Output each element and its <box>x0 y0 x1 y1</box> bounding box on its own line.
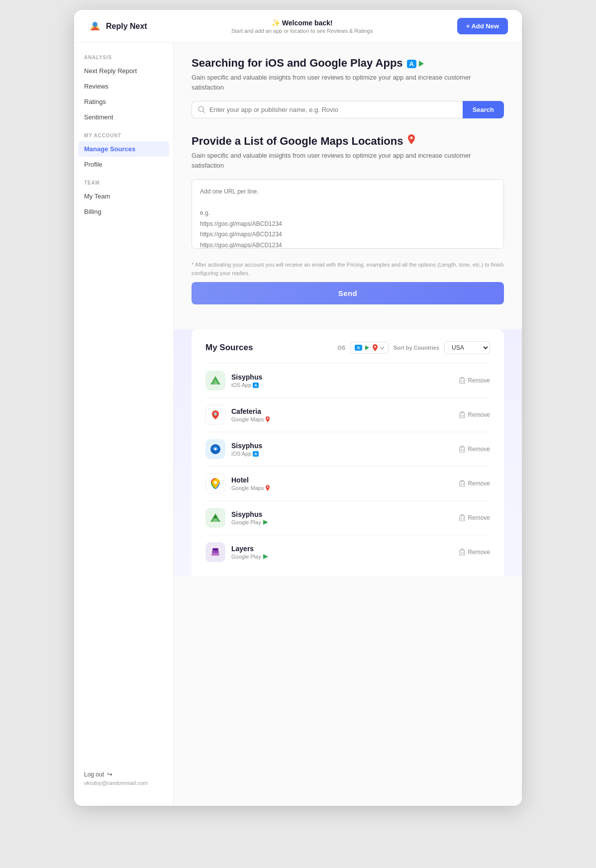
source-item-sisyphus-ios2: Sisyphus iOS App A Remove <box>205 432 490 466</box>
source-icon-hotel <box>205 474 225 493</box>
sidebar-item-label: Billing <box>84 208 101 215</box>
search-input[interactable] <box>209 106 457 113</box>
topbar-center: ✨ Welcome back! Start and add an app or … <box>231 19 373 34</box>
remove-label: Remove <box>468 446 490 453</box>
sidebar-item-next-reply-report[interactable]: Next Reply Report <box>74 63 173 79</box>
maps-title-text: Provide a List of Google Maps Locations <box>192 135 403 148</box>
sources-filters: OS A Sort by Countries <box>337 341 490 354</box>
source-type: Google Play <box>231 554 269 560</box>
send-button[interactable]: Send <box>192 282 504 304</box>
layers-icon <box>209 546 221 558</box>
remove-label: Remove <box>468 411 490 418</box>
logo-area: Reply Next <box>88 19 147 33</box>
remove-button-layers-gplay[interactable]: Remove <box>459 549 490 556</box>
search-button[interactable]: Search <box>463 101 504 118</box>
sisyphus3-icon <box>209 512 221 524</box>
trash-icon <box>459 411 465 418</box>
gplay-badge2 <box>263 554 269 560</box>
svg-rect-53 <box>212 548 218 551</box>
svg-marker-3 <box>419 61 424 67</box>
sidebar-item-manage-sources[interactable]: Manage Sources <box>78 141 169 157</box>
search-icon <box>198 106 205 113</box>
fade-area: My Sources OS A <box>174 329 522 576</box>
sidebar-item-profile[interactable]: Profile <box>74 157 173 172</box>
search-row: Search <box>192 101 504 118</box>
source-type: Google Maps <box>231 416 270 422</box>
source-left: Layers Google Play <box>205 542 269 562</box>
add-new-button[interactable]: + Add New <box>457 18 508 34</box>
source-type: Google Play <box>231 519 269 525</box>
remove-button-sisyphus-gplay[interactable]: Remove <box>459 514 490 521</box>
gmap-icon <box>372 344 378 351</box>
sidebar-item-sentiment[interactable]: Sentiment <box>74 109 173 125</box>
sidebar-item-label: Manage Sources <box>84 145 135 153</box>
svg-point-2 <box>93 22 98 27</box>
remove-button-sisyphus-ios[interactable]: Remove <box>459 377 490 384</box>
sidebar: ANALYSIS Next Reply Report Reviews Ratin… <box>74 43 174 806</box>
topbar: Reply Next ✨ Welcome back! Start and add… <box>74 10 522 43</box>
logo-text: Reply Next <box>106 22 147 31</box>
source-item-sisyphus-ios: Sisyphus iOS App A Remove <box>205 363 490 397</box>
svg-marker-44 <box>263 520 268 525</box>
source-icon-cafeteria <box>205 405 225 425</box>
svg-point-26 <box>214 448 217 451</box>
country-select[interactable]: USA UK Germany France <box>444 341 490 354</box>
remove-button-sisyphus-ios2[interactable]: Remove <box>459 446 490 453</box>
source-type-text: Google Play <box>231 519 261 525</box>
my-sources-section: My Sources OS A <box>192 329 504 576</box>
logo-icon <box>88 19 102 33</box>
ios-badge-small: A <box>253 383 259 388</box>
svg-rect-35 <box>460 482 465 486</box>
logout-row[interactable]: Log out ↪ <box>84 771 163 778</box>
sidebar-item-my-team[interactable]: My Team <box>74 189 173 204</box>
svg-rect-55 <box>460 550 465 555</box>
sidebar-item-ratings[interactable]: Ratings <box>74 94 173 109</box>
sort-label: Sort by Countries <box>394 345 439 351</box>
logout-label: Log out <box>84 771 104 778</box>
logout-icon: ↪ <box>107 771 112 778</box>
source-icon-sisyphus3 <box>205 508 225 528</box>
source-type-text: Google Maps <box>231 485 264 491</box>
sidebar-item-label: My Team <box>84 193 110 200</box>
welcome-emoji: ✨ <box>272 19 280 27</box>
source-left: Hotel Google Maps <box>205 474 270 493</box>
sidebar-account-label: MY ACCOUNT <box>74 133 173 138</box>
maps-subtitle: Gain specific and valuable insights from… <box>192 151 504 170</box>
sidebar-item-reviews[interactable]: Reviews <box>74 79 173 94</box>
trash-icon <box>459 549 465 556</box>
svg-rect-19 <box>460 413 465 418</box>
search-section-title: Searching for iOS and Google Play Apps A <box>192 57 504 70</box>
maps-title-icon <box>407 134 416 148</box>
source-icon-sisyphus2 <box>205 439 225 459</box>
sidebar-item-billing[interactable]: Billing <box>74 204 173 219</box>
svg-point-33 <box>214 481 217 484</box>
maps-url-textarea[interactable] <box>192 179 504 249</box>
svg-rect-11 <box>460 379 465 384</box>
sidebar-item-label: Profile <box>84 161 102 168</box>
sources-title: My Sources <box>205 343 253 353</box>
sidebar-team-label: TEAM <box>74 180 173 186</box>
source-info: Sisyphus Google Play <box>231 510 269 525</box>
gmap-badge2 <box>265 485 270 491</box>
search-title-icons: A <box>407 58 425 69</box>
svg-point-4 <box>199 106 203 111</box>
search-subtitle: Gain specific and valuable insights from… <box>192 73 504 92</box>
maps-section: Provide a List of Google Maps Locations … <box>192 134 504 251</box>
sidebar-item-label: Sentiment <box>84 113 113 121</box>
source-type: Google Maps <box>231 485 270 491</box>
user-email: vkrutoy@randommail.com <box>84 780 163 786</box>
welcome-title-text: Welcome back! <box>282 19 333 27</box>
source-name: Sisyphus <box>231 442 262 450</box>
source-item-layers-gplay: Layers Google Play Remove <box>205 535 490 576</box>
trash-icon <box>459 377 465 384</box>
svg-rect-51 <box>211 553 219 556</box>
gmap-badge <box>265 416 270 422</box>
remove-button-hotel[interactable]: Remove <box>459 480 490 487</box>
remove-label: Remove <box>468 514 490 521</box>
notice-text: * After activating your account you will… <box>192 261 504 277</box>
remove-button-cafeteria[interactable]: Remove <box>459 411 490 418</box>
trash-icon <box>459 480 465 487</box>
svg-rect-27 <box>460 447 465 452</box>
svg-point-18 <box>267 418 269 419</box>
os-filter-dropdown[interactable]: A <box>350 342 389 354</box>
